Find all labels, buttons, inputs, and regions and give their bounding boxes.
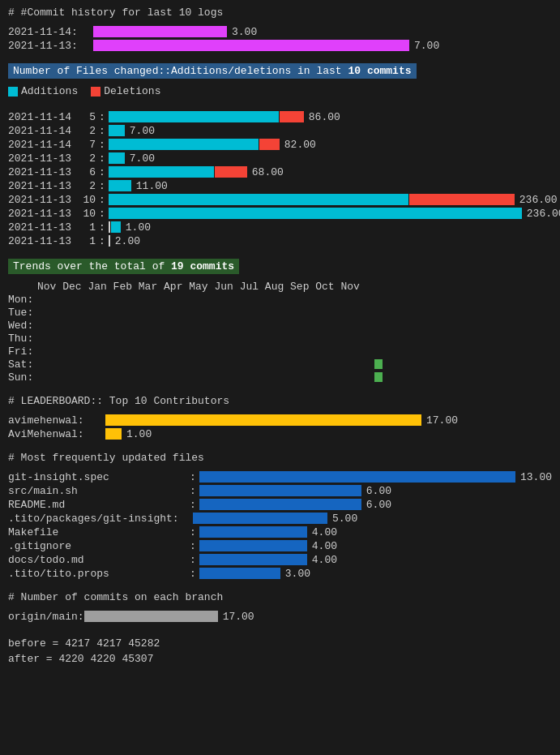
ad-row-0: 2021-11-14 5 : 86.00	[8, 110, 552, 123]
ad-num-3: 2	[81, 152, 96, 165]
contributor-row-0: avimehenwal: 17.00	[8, 414, 552, 427]
files-changed-box: Number of Files changed::Additions/delet…	[8, 63, 417, 79]
file-row-7: .tito/tito.props : 3.00	[8, 567, 552, 580]
ad-date-9: 2021-11-13	[8, 235, 81, 247]
ad-bar-container-5	[109, 180, 131, 191]
contributor-name-1: AviMehenwal:	[8, 428, 105, 440]
tue-grid	[37, 307, 442, 317]
ad-date-8: 2021-11-13	[8, 221, 81, 234]
legend-deletions-label: Deletions	[104, 85, 160, 97]
file-row-4: Makefile : 4.00	[8, 525, 552, 538]
add-bar-7	[109, 208, 522, 219]
file-name-0: git-insight.spec	[8, 471, 186, 483]
trends-section: Trends over the total of 19 commits Nov …	[8, 259, 552, 384]
branch-value-0: 17.00	[223, 611, 254, 623]
ad-num-2: 7	[81, 139, 96, 151]
ad-value-2: 82.00	[284, 139, 316, 151]
legend-deletions: Deletions	[91, 85, 160, 97]
file-value-6: 4.00	[312, 554, 337, 566]
legend-additions-label: Additions	[21, 85, 78, 97]
file-bar-5	[199, 540, 307, 551]
file-bar-2	[199, 499, 361, 510]
mon-grid	[37, 294, 442, 304]
additions-swatch	[8, 87, 18, 97]
ad-bar-container-1	[109, 125, 125, 136]
fri-grid	[37, 346, 442, 356]
sep-bar-9	[109, 235, 110, 247]
commit-bar-0	[93, 26, 227, 37]
file-bar-0	[199, 471, 515, 483]
file-value-5: 4.00	[312, 540, 337, 552]
ad-value-8: 1.00	[126, 221, 151, 234]
add-bar-1	[109, 125, 125, 136]
ad-num-9: 1	[81, 235, 96, 247]
sep-bar-8	[109, 221, 110, 233]
file-row-5: .gitignore : 4.00	[8, 539, 552, 552]
commit-value-0: 3.00	[232, 26, 257, 38]
ad-bar-container-7	[109, 208, 522, 219]
ad-row-4: 2021-11-13 6 : 68.00	[8, 165, 552, 178]
sun-grid	[37, 372, 442, 382]
ad-value-3: 7.00	[130, 152, 155, 165]
ad-row-2: 2021-11-14 7 : 82.00	[8, 138, 552, 151]
ad-date-3: 2021-11-13	[8, 152, 81, 165]
sun-commit	[374, 372, 383, 382]
ad-row-9: 2021-11-13 1 : 2.00	[8, 234, 552, 247]
file-name-7: .tito/tito.props	[8, 568, 186, 580]
file-name-2: README.md	[8, 499, 186, 511]
ad-value-4: 68.00	[252, 166, 284, 178]
wed-grid	[37, 320, 442, 330]
file-row-1: src/main.sh : 6.00	[8, 484, 552, 497]
trends-label: Trends over the total of	[13, 260, 165, 272]
ad-date-5: 2021-11-13	[8, 180, 81, 192]
file-name-4: Makefile	[8, 526, 186, 538]
calendar-mon: Mon:	[8, 293, 552, 306]
ad-date-7: 2021-11-13	[8, 208, 81, 220]
contributor-bar-1	[105, 428, 122, 440]
commit-row-1: 2021-11-13: 7.00	[8, 39, 552, 52]
thu-grid	[37, 333, 442, 343]
file-name-5: .gitignore	[8, 540, 186, 552]
ad-row-7: 2021-11-13 10 : 236.00	[8, 207, 552, 220]
contributor-row-1: AviMehenwal: 1.00	[8, 427, 552, 440]
file-row-2: README.md : 6.00	[8, 498, 552, 511]
ad-date-4: 2021-11-13	[8, 166, 81, 178]
file-value-4: 4.00	[312, 526, 337, 538]
ad-bar-container-4	[109, 166, 247, 178]
calendar-months: Nov Dec Jan Feb Mar Apr May Jun Jul Aug …	[37, 281, 552, 293]
ad-date-0: 2021-11-14	[8, 111, 81, 123]
commit-row-0: 2021-11-14: 3.00	[8, 25, 552, 38]
ad-num-1: 2	[81, 125, 96, 137]
file-value-1: 6.00	[366, 485, 391, 497]
file-bar-3	[193, 513, 327, 524]
add-bar-4	[109, 166, 214, 178]
ad-row-6: 2021-11-13 10 : 236.00	[8, 193, 552, 206]
commit-history-section: # #Commit history for last 10 logs 2021-…	[8, 6, 552, 52]
del-bar-0	[280, 111, 304, 122]
ad-bar-container-0	[109, 111, 304, 122]
file-bar-1	[199, 485, 361, 496]
most-updated-title: # Most frequently updated files	[8, 452, 552, 464]
trends-box: Trends over the total of 19 commits	[8, 259, 239, 274]
contributor-name-0: avimehenwal:	[8, 414, 105, 427]
file-row-0: git-insight.spec : 13.00	[8, 470, 552, 483]
legend-additions: Additions	[8, 85, 78, 97]
file-value-0: 13.00	[520, 471, 552, 483]
branches-title: # Number of commits on each branch	[8, 591, 552, 603]
sat-commit	[374, 359, 383, 369]
add-bar-0	[109, 111, 279, 122]
deletions-swatch	[91, 87, 100, 97]
ad-bar-container-6	[109, 194, 515, 205]
calendar-wed: Wed:	[8, 319, 552, 332]
ad-value-6: 236.00	[519, 194, 558, 206]
ad-row-3: 2021-11-13 2 : 7.00	[8, 152, 552, 165]
add-bar-6	[109, 194, 408, 205]
add-bar-2	[109, 139, 259, 150]
commit-history-title: # #Commit history for last 10 logs	[8, 6, 552, 19]
before-row: before = 4217 4217 45282	[8, 637, 552, 650]
sat-grid	[37, 359, 442, 369]
ad-num-5: 2	[81, 180, 96, 192]
ad-row-8: 2021-11-13 1 : 1.00	[8, 221, 552, 234]
ad-row-5: 2021-11-13 2 : 11.00	[8, 179, 552, 192]
calendar-tue: Tue:	[8, 306, 552, 319]
